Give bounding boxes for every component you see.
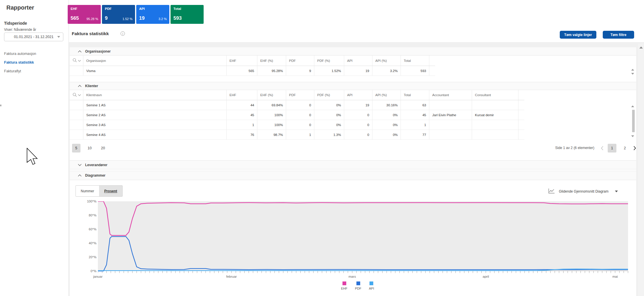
stat-card-label: EHF [71,7,77,10]
table-cell: 1.3% [314,130,344,139]
chart-type-select[interactable]: Glidende Gjennomsnitt Diagram [548,187,630,195]
pagination-info: Side 1 av 2 (6 elementer) [555,146,594,150]
row-selector-cell[interactable] [70,120,83,130]
chevron-down-icon [57,36,60,38]
page-button-1[interactable]: 1 [608,144,616,153]
table-cell: 45 [401,110,429,120]
section-diagrammer[interactable]: Diagrammer [70,171,636,180]
sidebar: Rapporter Tidsperiode Viser: Nåværende å… [0,0,69,296]
scroll-up-icon[interactable] [639,46,643,49]
page-size-5[interactable]: 5 [72,144,80,153]
org-scroll-up-icon[interactable] [631,69,634,71]
y-axis-label: 80°% [81,214,96,217]
table-row[interactable]: Semine 2 AS45100%00%00%45Jarl Eivin Plat… [70,110,524,120]
row-selector-cell[interactable] [70,110,83,120]
table-cell-filler [519,110,524,120]
table-cell: 0% [372,130,401,139]
info-icon[interactable]: i [121,31,125,36]
table-cell: 19 [344,100,372,110]
table-cell [429,130,472,139]
page-size-group: 51020 [72,144,107,153]
legend-swatch [356,281,360,285]
search-icon[interactable] [73,58,77,63]
section-title: Organisasjoner [85,49,111,53]
stat-card-percent: 1.52 % [123,17,132,21]
sidebar-resize-handle[interactable] [0,105,1,106]
stat-card-api: API193.2 % [136,5,169,24]
table-row[interactable]: Semine 4 AS7698.7%11.3%00%77 [70,130,524,140]
clear-filters-button[interactable]: Tøm filtre [603,31,634,39]
row-selector-cell[interactable] [70,130,83,139]
table-cell: Visma [83,66,227,76]
table-filter-cell [70,55,83,66]
stat-card-label: PDF [105,7,112,10]
filter-chevron-icon[interactable] [78,59,81,62]
chart-type-value: Glidende Gjennomsnitt Diagram [559,189,609,193]
x-axis-label: januar [93,275,103,278]
legend-swatch [369,281,373,285]
table-cell: 100% [257,120,286,130]
search-icon[interactable] [73,93,77,98]
section-title: Leverandører [85,163,107,167]
sidebar-item-faktura-automasjon[interactable]: Faktura automasjon [0,49,69,58]
legend-label: PDF [355,287,361,290]
section-klienter[interactable]: Klienter [70,82,636,90]
klienter-scrollbar-thumb[interactable] [632,110,635,132]
table-cell: 0 [344,130,372,139]
sidebar-item-faktura-statistikk[interactable]: Faktura statistikk [0,58,69,67]
clear-selected-lines-button[interactable]: Tøm valgte linjer [560,31,596,39]
number-percent-toggle: Nummer Prosent [76,185,123,197]
y-axis-label: 100°% [81,200,96,203]
toggle-nummer[interactable]: Nummer [76,186,99,196]
stat-card-value: 593 [173,15,182,21]
page-button-2[interactable]: 2 [620,144,629,153]
org-scroll-down-icon[interactable] [631,73,634,75]
toggle-prosent[interactable]: Prosent [99,186,122,196]
date-range-value: 01.01.2021 - 31.12.2021 [14,35,53,39]
table-row[interactable]: Semine 3 AS1100%00%00%1 [70,120,524,130]
table-cell: Kursat demir [472,110,519,120]
chevron-up-icon [78,50,82,53]
date-range-select[interactable]: 01.01.2021 - 31.12.2021 [4,33,63,41]
table-row[interactable]: Semine 1 AS4469.84%00%1930.16%63 [70,100,524,110]
next-page-icon[interactable] [633,146,636,150]
table-cell: 1 [286,130,314,139]
table-row[interactable]: Visma56595.28%91.52%193.2%593 [70,66,435,76]
chevron-up-icon [78,85,82,87]
section-title: Klienter [85,84,98,88]
prev-page-icon[interactable] [601,146,604,150]
section-title: Diagrammer [85,173,105,177]
table-cell: 9 [286,66,314,76]
column-header-filler [429,55,435,66]
klienter-scroll-down-icon[interactable] [631,135,634,137]
sidebar-item-fakturaflyt[interactable]: Fakturaflyt [0,67,69,76]
column-header: API [344,90,372,100]
klienter-scroll-up-icon[interactable] [631,105,634,107]
table-cell [472,120,519,130]
table-cell [472,130,519,139]
table-cell: Semine 2 AS [83,110,227,120]
column-header: EHF (%) [257,55,286,66]
page-scrollbar[interactable] [638,44,644,296]
table-cell [429,100,472,110]
viser-label: Viser: Nåværende år [4,28,36,32]
table-cell: 1 [227,120,257,130]
tidsperiode-label: Tidsperiode [4,21,27,26]
table-cell-filler [519,120,524,130]
column-header: API (%) [372,55,401,66]
column-header: PDF (%) [314,55,344,66]
row-selector-cell[interactable] [70,100,83,110]
table-cell: 98.7% [257,130,286,139]
pagination-nav: 12 [601,144,636,153]
page-size-10[interactable]: 10 [85,144,94,153]
page-size-20[interactable]: 20 [99,144,107,153]
filter-chevron-icon[interactable] [78,93,81,97]
section-organisasjoner[interactable]: Organisasjoner [70,47,636,55]
table-cell: 63 [401,100,429,110]
y-axis-label: 60°% [81,227,96,231]
section-leverandorer[interactable]: Leverandører [70,160,636,169]
chevron-up-icon [78,174,82,177]
table-cell: 3.2% [372,66,401,76]
row-selector-cell[interactable] [70,66,83,76]
table-cell: Semine 1 AS [83,100,227,110]
